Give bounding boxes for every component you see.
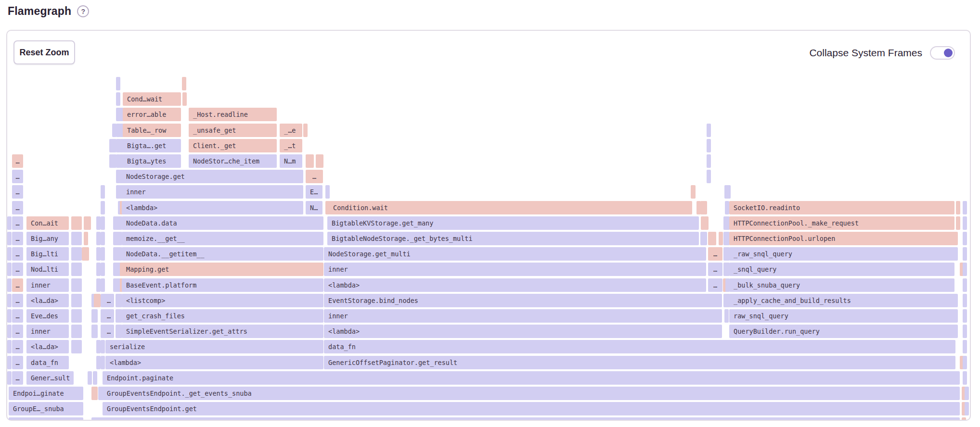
flame-frame-sliver[interactable]: [704, 216, 709, 230]
flame-frame-sliver[interactable]: [7, 263, 12, 276]
flame-frame-sliver[interactable]: [963, 294, 967, 307]
flame-frame-sliver[interactable]: [116, 92, 120, 106]
flame-frame[interactable]: Mapping.get: [122, 263, 323, 276]
flame-frame[interactable]: GenericOffsetPaginator.get_result: [324, 356, 955, 369]
help-icon[interactable]: ?: [77, 5, 89, 17]
flame-frame-sliver[interactable]: …: [12, 278, 23, 292]
flame-frame-sliver[interactable]: [96, 263, 101, 276]
flame-frame-sliver[interactable]: …: [12, 309, 23, 323]
flame-frame-sliver[interactable]: [7, 371, 12, 385]
flame-frame[interactable]: GroupEventsEndpoint._get_events_snuba: [103, 387, 960, 400]
flame-frame-sliver[interactable]: …: [12, 154, 23, 168]
flame-frame[interactable]: raw_snql_query: [729, 309, 958, 323]
flame-frame-sliver[interactable]: [724, 309, 729, 323]
flame-frame-sliver[interactable]: [708, 232, 716, 245]
flame-frame[interactable]: _apply_cache_and_build_results: [729, 294, 958, 307]
flame-frame-sliver[interactable]: [101, 278, 105, 292]
flame-frame-sliver[interactable]: [96, 278, 101, 292]
flame-frame-sliver[interactable]: [96, 340, 101, 353]
flame-frame-sliver[interactable]: [7, 294, 12, 307]
flame-frame-sliver[interactable]: [71, 216, 82, 230]
flame-frame[interactable]: N…m: [280, 154, 302, 168]
flame-frame-sliver[interactable]: …: [12, 247, 23, 261]
flame-frame[interactable]: Gener…sult: [26, 371, 74, 385]
flame-frame-sliver[interactable]: [182, 77, 186, 90]
flame-frame-sliver[interactable]: [71, 294, 82, 307]
flame-frame-sliver[interactable]: [84, 232, 88, 245]
flame-frame[interactable]: inner: [26, 278, 69, 292]
flame-frame[interactable]: SimpleEventSerializer.get_attrs: [122, 325, 323, 338]
flame-frame-sliver[interactable]: [7, 309, 12, 323]
flame-frame[interactable]: Big…any: [26, 232, 69, 245]
flame-frame-sliver[interactable]: [963, 325, 967, 338]
flame-frame[interactable]: data_fn: [324, 340, 955, 353]
flame-frame-sliver[interactable]: [96, 356, 101, 369]
flame-frame[interactable]: E…: [306, 185, 322, 199]
flame-frame[interactable]: <lambda>: [324, 278, 706, 292]
flame-frame-sliver[interactable]: [101, 356, 105, 369]
flame-frame[interactable]: Cond…wait: [123, 92, 181, 106]
flame-frame-sliver[interactable]: [303, 124, 308, 137]
flame-frame-sliver[interactable]: [725, 201, 729, 214]
flame-frame-sliver[interactable]: [306, 154, 314, 168]
flame-frame[interactable]: Con…ait: [26, 216, 69, 230]
flame-frame-sliver[interactable]: [87, 216, 91, 230]
flame-frame[interactable]: GroupEventsEndpoint.get: [103, 402, 960, 415]
flame-frame[interactable]: Client._get: [189, 139, 277, 152]
flame-frame-sliver[interactable]: …: [12, 325, 23, 338]
flame-frame-sliver[interactable]: …: [12, 356, 23, 369]
flame-frame-sliver[interactable]: …: [12, 340, 23, 353]
flame-frame-sliver[interactable]: [719, 232, 723, 245]
flame-frame[interactable]: _bulk_snuba_query: [729, 278, 954, 292]
flame-frame-sliver[interactable]: [93, 309, 98, 323]
flame-frame[interactable]: GroupE…_snuba: [9, 402, 83, 415]
flame-frame[interactable]: Endpoint.paginate: [103, 371, 960, 385]
flame-frame-sliver[interactable]: [707, 170, 711, 183]
flame-frame-sliver[interactable]: …: [12, 216, 23, 230]
flame-frame-sliver[interactable]: [963, 201, 967, 214]
flame-frame[interactable]: <listcomp>: [122, 294, 323, 307]
flame-frame-sliver[interactable]: [101, 263, 105, 276]
flame-frame[interactable]: _…e: [280, 124, 302, 137]
flame-frame-sliver[interactable]: [116, 77, 120, 90]
flame-frame-sliver[interactable]: [101, 247, 105, 261]
flame-frame[interactable]: _Host.readline: [189, 108, 277, 121]
flame-frame[interactable]: BigtableKVStorage.get_many: [327, 216, 699, 230]
flame-frame-sliver[interactable]: [96, 232, 101, 245]
flame-frame-sliver[interactable]: [703, 232, 707, 245]
flame-frame-sliver[interactable]: …: [12, 294, 23, 307]
flame-frame-sliver[interactable]: [325, 185, 330, 199]
flame-frame[interactable]: <lambda>: [105, 356, 323, 369]
flame-frame[interactable]: data_fn: [26, 356, 69, 369]
flame-frame[interactable]: NodeStor…che_item: [189, 154, 277, 168]
reset-zoom-button[interactable]: Reset Zoom: [13, 40, 75, 64]
flame-frame[interactable]: _…t: [280, 139, 302, 152]
flame-frame-sliver[interactable]: [7, 278, 12, 292]
flame-frame-sliver[interactable]: [9, 417, 83, 420]
flame-frame-sliver[interactable]: …: [306, 170, 323, 183]
flame-frame[interactable]: NodeData.__getitem__: [122, 247, 323, 261]
flame-frame-sliver[interactable]: [965, 387, 969, 400]
flame-frame[interactable]: inner: [122, 185, 303, 199]
flame-frame-sliver[interactable]: [316, 154, 323, 168]
flame-frame-sliver[interactable]: [963, 216, 967, 230]
flame-frame[interactable]: Condition.wait: [329, 201, 692, 214]
flame-frame-sliver[interactable]: [101, 216, 105, 230]
flame-frame-sliver[interactable]: …: [12, 232, 23, 245]
flame-frame[interactable]: NodeStorage.get_multi: [324, 247, 706, 261]
flame-frame-sliver[interactable]: [101, 340, 105, 353]
flame-frame-sliver[interactable]: [96, 294, 101, 307]
flame-frame-sliver[interactable]: [91, 417, 960, 420]
flame-frame-sliver[interactable]: [7, 340, 12, 353]
flame-frame[interactable]: _raw_snql_query: [729, 247, 958, 261]
flame-frame-sliver[interactable]: [726, 185, 731, 199]
flame-frame-sliver[interactable]: [91, 387, 98, 400]
flame-frame[interactable]: _unsafe_get: [189, 124, 277, 137]
flame-frame-sliver[interactable]: [707, 139, 711, 152]
flame-frame[interactable]: N…: [306, 201, 322, 214]
flame-frame[interactable]: inner: [26, 325, 69, 338]
flame-frame-sliver[interactable]: [7, 325, 12, 338]
flame-frame[interactable]: BaseEvent.platform: [122, 278, 323, 292]
flame-frame-sliver[interactable]: [71, 309, 82, 323]
flame-frame-sliver[interactable]: [963, 232, 967, 245]
